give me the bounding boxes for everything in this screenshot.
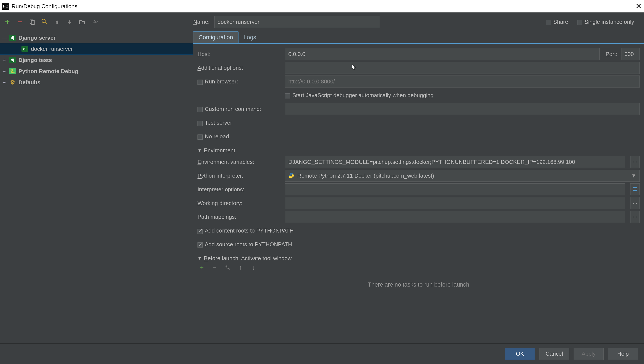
single-instance-checkbox[interactable]: Single instance only	[577, 19, 640, 25]
close-icon[interactable]: ✕	[635, 2, 642, 11]
add-content-roots-checkbox[interactable]: Add content roots to PYTHONPATH	[197, 227, 294, 234]
edit-task-icon[interactable]: ✎	[224, 264, 231, 271]
working-directory-browse-button[interactable]: ⋯	[630, 197, 640, 209]
tab-logs[interactable]: Logs	[238, 32, 261, 43]
dialog-footer: OK Cancel Apply Help	[0, 344, 644, 364]
no-reload-checkbox[interactable]: No reload	[197, 133, 229, 140]
tree-item-django-tests[interactable]: + dj Django tests	[0, 54, 193, 66]
move-up-icon[interactable]	[54, 18, 61, 25]
help-button[interactable]: Help	[608, 348, 638, 360]
custom-run-command-input[interactable]	[285, 103, 640, 115]
expand-icon[interactable]: +	[2, 79, 7, 86]
move-down-icon[interactable]	[66, 18, 73, 25]
run-browser-checkbox[interactable]: Run browser:	[197, 78, 281, 85]
app-icon: PC	[2, 3, 9, 10]
svg-rect-1	[31, 20, 34, 24]
tabs: Configuration Logs	[193, 31, 644, 44]
config-panel: Configuration Logs Host: Port: Additiona…	[193, 31, 644, 344]
run-browser-input[interactable]	[285, 76, 640, 88]
chevron-down-icon: ▼	[631, 172, 636, 179]
path-mappings-label: Path mappings:	[197, 214, 281, 220]
interpreter-options-label: Interpreter options:	[197, 186, 281, 193]
python-remote-icon: 🐍	[9, 68, 16, 74]
add-task-icon[interactable]: +	[198, 264, 205, 271]
tree-item-docker-runserver[interactable]: dj docker runserver	[0, 43, 193, 54]
collapse-icon[interactable]: —	[2, 34, 7, 41]
custom-run-command-checkbox[interactable]: Custom run command:	[197, 106, 281, 112]
start-js-debugger-checkbox[interactable]: Start JavaScript debugger automatically …	[285, 92, 434, 99]
tab-configuration[interactable]: Configuration	[193, 31, 238, 43]
tree-item-django-server[interactable]: — dj Django server	[0, 32, 193, 43]
remove-config-icon[interactable]	[16, 18, 23, 25]
test-server-checkbox[interactable]: Test server	[197, 120, 232, 126]
working-directory-label: Working directory:	[197, 200, 281, 206]
tree-item-python-remote-debug[interactable]: + 🐍 Python Remote Debug	[0, 66, 193, 77]
additional-options-label: Additional options:	[197, 64, 281, 71]
remove-task-icon[interactable]: −	[211, 264, 218, 271]
titlebar: PC Run/Debug Configurations ✕	[0, 0, 644, 12]
django-icon: dj	[9, 35, 16, 41]
folder-icon[interactable]	[79, 18, 85, 25]
edit-defaults-icon[interactable]	[41, 18, 48, 25]
add-config-icon[interactable]	[4, 18, 11, 25]
svg-point-2	[42, 19, 45, 22]
config-tree: — dj Django server dj docker runserver +…	[0, 31, 193, 344]
move-task-up-icon[interactable]: ↑	[237, 264, 244, 271]
sort-az-icon[interactable]: ↓AZ	[91, 18, 98, 25]
tree-item-defaults[interactable]: + ⚙ Defaults	[0, 77, 193, 88]
collapse-triangle-icon: ▼	[197, 148, 202, 153]
name-row: Name: Share Single instance only	[193, 12, 644, 31]
expand-field-button[interactable]	[630, 184, 640, 196]
before-launch-header[interactable]: ▼ Before launch: Activate tool window	[197, 255, 640, 262]
python-icon	[288, 173, 294, 179]
additional-options-input[interactable]	[285, 62, 640, 74]
gear-icon: ⚙	[9, 79, 16, 85]
share-checkbox[interactable]: Share	[546, 19, 574, 25]
host-input[interactable]	[285, 48, 599, 60]
collapse-triangle-icon: ▼	[197, 256, 202, 261]
tree-toolbar: ↓AZ	[0, 12, 193, 31]
path-mappings-browse-button[interactable]: ⋯	[630, 211, 640, 223]
apply-button[interactable]: Apply	[574, 348, 604, 360]
svg-rect-3	[633, 188, 637, 190]
before-launch-toolbar: + − ✎ ↑ ↓	[197, 264, 640, 271]
host-label: Host:	[197, 51, 281, 58]
name-input[interactable]	[214, 16, 380, 28]
cancel-button[interactable]: Cancel	[539, 348, 569, 360]
environment-section-header[interactable]: ▼ Environment	[197, 147, 640, 154]
copy-config-icon[interactable]	[29, 18, 36, 25]
env-vars-browse-button[interactable]: ⋯	[630, 156, 640, 168]
main-area: — dj Django server dj docker runserver +…	[0, 31, 644, 344]
python-interpreter-select[interactable]: Remote Python 2.7.11 Docker (pitchupcom_…	[285, 170, 640, 182]
django-icon: dj	[9, 57, 16, 63]
interpreter-options-input[interactable]	[285, 184, 625, 196]
django-icon: dj	[22, 46, 28, 52]
top-row: ↓AZ Name: Share Single instance only	[0, 12, 644, 31]
path-mappings-input[interactable]	[285, 211, 625, 223]
port-input[interactable]	[621, 48, 640, 60]
python-interpreter-label: Python interpreter:	[197, 172, 281, 179]
no-tasks-label: There are no tasks to run before launch	[197, 282, 640, 288]
add-source-roots-checkbox[interactable]: Add source roots to PYTHONPATH	[197, 241, 292, 248]
working-directory-input[interactable]	[285, 197, 625, 209]
name-label: Name:	[193, 19, 210, 25]
env-vars-label: Environment variables:	[197, 159, 281, 166]
env-vars-input[interactable]	[285, 156, 625, 168]
window-title: Run/Debug Configurations	[12, 3, 77, 10]
port-label: Port:	[605, 51, 617, 58]
move-task-down-icon[interactable]: ↓	[250, 264, 257, 271]
expand-icon[interactable]: +	[2, 68, 7, 75]
ok-button[interactable]: OK	[505, 348, 535, 360]
expand-icon[interactable]: +	[2, 57, 7, 64]
